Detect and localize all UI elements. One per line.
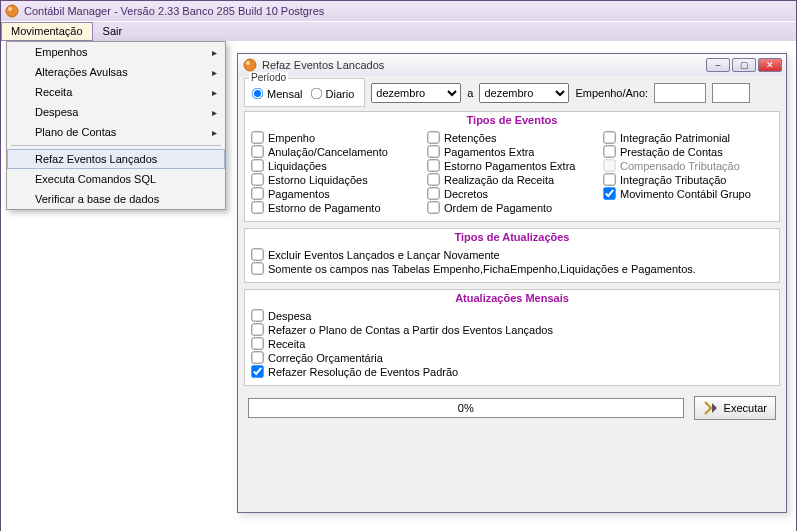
main-titlebar: Contábil Manager - Versão 2.33 Banco 285… xyxy=(1,1,796,21)
workspace: Empenhos▸ Alterações Avulsas▸ Receita▸ D… xyxy=(1,41,796,531)
menu-sair[interactable]: Sair xyxy=(93,22,133,41)
menu-executa-comandos-sql[interactable]: Executa Comandos SQL xyxy=(7,169,225,189)
radio-diario[interactable]: Diario xyxy=(310,87,355,100)
svg-point-1 xyxy=(8,7,12,11)
progress-bar: 0% xyxy=(248,398,684,418)
progress-label: 0% xyxy=(458,402,474,414)
atualizacoes-mensais-legend: Atualizações Mensais xyxy=(245,292,779,304)
tipos-eventos-group: Tipos de Eventos Empenho Anulação/Cancel… xyxy=(244,111,780,222)
periodo-legend: Período xyxy=(249,72,288,83)
ck-pagamentos[interactable]: Pagamentos xyxy=(251,187,421,200)
empenho-input[interactable] xyxy=(654,83,706,103)
ck-despesa[interactable]: Despesa xyxy=(251,309,773,322)
minimize-button[interactable]: – xyxy=(706,58,730,72)
ck-prestacao-contas[interactable]: Prestação de Contas xyxy=(603,145,773,158)
movimentacao-dropdown: Empenhos▸ Alterações Avulsas▸ Receita▸ D… xyxy=(6,41,226,210)
chevron-right-icon: ▸ xyxy=(212,47,217,58)
child-app-icon xyxy=(243,58,257,72)
chevron-right-icon: ▸ xyxy=(212,127,217,138)
ck-estorno-pagamentos-extra[interactable]: Estorno Pagamentos Extra xyxy=(427,159,597,172)
ck-correcao-orcamentaria[interactable]: Correção Orçamentária xyxy=(251,351,773,364)
menu-receita[interactable]: Receita▸ xyxy=(7,82,225,102)
chevron-right-icon: ▸ xyxy=(212,107,217,118)
menubar: Movimentação Sair xyxy=(1,21,796,41)
month-to-select[interactable]: dezembro xyxy=(479,83,569,103)
menu-despesa[interactable]: Despesa▸ xyxy=(7,102,225,122)
ck-realizacao-receita[interactable]: Realização da Receita xyxy=(427,173,597,186)
menu-verificar-base-dados[interactable]: Verificar a base de dados xyxy=(7,189,225,209)
month-from-select[interactable]: dezembro xyxy=(371,83,461,103)
ck-somente-campos-tabelas[interactable]: Somente os campos nas Tabelas Empenho,Fi… xyxy=(251,262,773,275)
executar-button[interactable]: Executar xyxy=(694,396,776,420)
menu-separator xyxy=(11,145,221,146)
app-icon xyxy=(5,4,19,18)
menu-empenhos[interactable]: Empenhos▸ xyxy=(7,42,225,62)
execute-icon xyxy=(703,400,719,416)
chevron-right-icon: ▸ xyxy=(212,87,217,98)
svg-point-2 xyxy=(244,59,256,71)
periodo-group: Período Mensal Diario xyxy=(244,78,365,107)
tipos-eventos-legend: Tipos de Eventos xyxy=(245,114,779,126)
ck-refazer-resolucao-eventos[interactable]: Refazer Resolução de Eventos Padrão xyxy=(251,365,773,378)
menu-refaz-eventos-lancados[interactable]: Refaz Eventos Lançados xyxy=(7,149,225,169)
menu-plano-de-contas[interactable]: Plano de Contas▸ xyxy=(7,122,225,142)
ck-decretos[interactable]: Decretos xyxy=(427,187,597,200)
child-titlebar: Refaz Eventos Lancados – ▢ ✕ xyxy=(238,54,786,76)
atualizacoes-mensais-group: Atualizações Mensais Despesa Refazer o P… xyxy=(244,289,780,386)
ck-receita[interactable]: Receita xyxy=(251,337,773,350)
ck-anulacao-cancelamento[interactable]: Anulação/Cancelamento xyxy=(251,145,421,158)
ck-integracao-patrimonial[interactable]: Integração Patrimonial xyxy=(603,131,773,144)
child-window: Refaz Eventos Lancados – ▢ ✕ Período Men… xyxy=(237,53,787,513)
ck-empenho[interactable]: Empenho xyxy=(251,131,421,144)
ano-input[interactable] xyxy=(712,83,750,103)
ck-pagamentos-extra[interactable]: Pagamentos Extra xyxy=(427,145,597,158)
chevron-right-icon: ▸ xyxy=(212,67,217,78)
ck-estorno-pagamento[interactable]: Estorno de Pagamento xyxy=(251,201,421,214)
svg-point-3 xyxy=(246,61,250,65)
svg-point-0 xyxy=(6,5,18,17)
ck-excluir-eventos-relancar[interactable]: Excluir Eventos Lançados e Lançar Novame… xyxy=(251,248,773,261)
child-title: Refaz Eventos Lancados xyxy=(262,59,704,71)
ck-movimento-contabil-grupo[interactable]: Movimento Contábil Grupo xyxy=(603,187,773,200)
menu-movimentacao[interactable]: Movimentação xyxy=(1,22,93,41)
tipos-atualizacoes-legend: Tipos de Atualizações xyxy=(245,231,779,243)
tipos-atualizacoes-group: Tipos de Atualizações Excluir Eventos La… xyxy=(244,228,780,283)
ck-retencoes[interactable]: Retenções xyxy=(427,131,597,144)
close-button[interactable]: ✕ xyxy=(758,58,782,72)
menu-alteracoes-avulsas[interactable]: Alterações Avulsas▸ xyxy=(7,62,225,82)
between-label: a xyxy=(467,87,473,99)
ck-compensado-tributacao: Compensado Tributação xyxy=(603,159,773,172)
ck-liquidacoes[interactable]: Liquidações xyxy=(251,159,421,172)
empenho-ano-label: Empenho/Ano: xyxy=(575,87,648,99)
ck-integracao-tributacao[interactable]: Integração Tributação xyxy=(603,173,773,186)
maximize-button[interactable]: ▢ xyxy=(732,58,756,72)
ck-estorno-liquidacoes[interactable]: Estorno Liquidações xyxy=(251,173,421,186)
ck-ordem-pagamento[interactable]: Ordem de Pagamento xyxy=(427,201,597,214)
radio-mensal[interactable]: Mensal xyxy=(251,87,302,100)
ck-refazer-plano-contas[interactable]: Refazer o Plano de Contas a Partir dos E… xyxy=(251,323,773,336)
main-title: Contábil Manager - Versão 2.33 Banco 285… xyxy=(24,5,324,17)
